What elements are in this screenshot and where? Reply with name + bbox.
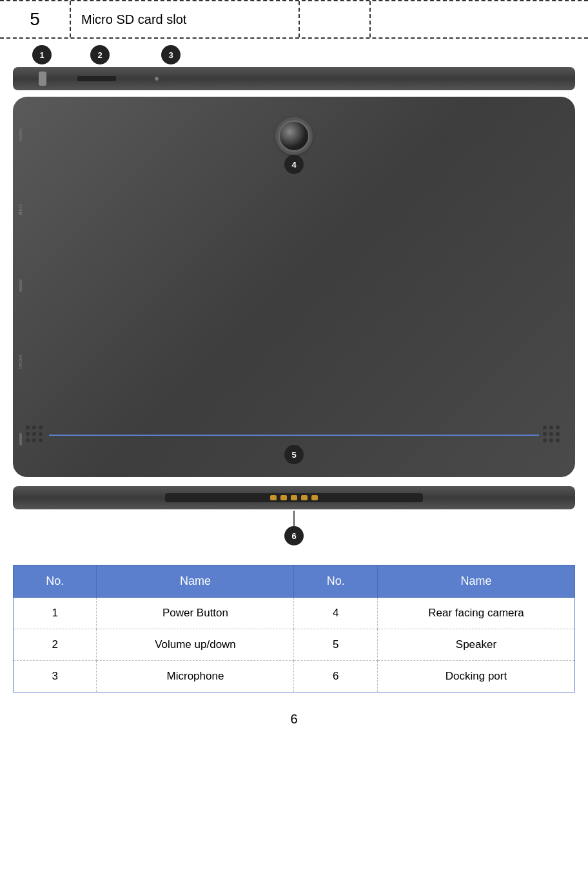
table-header-row: No. Name No. Name <box>14 565 575 598</box>
edge-sd-slot <box>77 76 116 81</box>
speaker-grille-left <box>26 426 45 445</box>
top-label-row: 5 Micro SD card slot <box>0 0 588 39</box>
row1-name2: Rear facing camera <box>377 598 574 629</box>
table-row: 3 Microphone 6 Docking port <box>14 661 575 692</box>
top-col-no2 <box>300 1 371 37</box>
grille-dot <box>549 438 553 442</box>
grille-dot <box>32 432 36 436</box>
dock-pin-5 <box>311 495 318 500</box>
grille-dot <box>543 438 547 442</box>
top-col-name2 <box>371 1 588 37</box>
grille-dot <box>543 432 547 436</box>
grille-dot <box>26 426 30 429</box>
badge-4: 4 <box>284 155 304 174</box>
grille-dot <box>39 432 43 436</box>
side-mark-2 <box>19 279 22 292</box>
badge-6: 6 <box>284 526 304 545</box>
grille-dot <box>549 426 553 429</box>
row2-name2: Speaker <box>377 629 574 661</box>
speaker-line <box>49 435 539 436</box>
grille-dot <box>39 426 43 429</box>
row1-no1: 1 <box>14 598 97 629</box>
header-no1: No. <box>14 565 97 598</box>
row2-no1: 2 <box>14 629 97 661</box>
row2-no2: 5 <box>294 629 377 661</box>
row1-no2: 4 <box>294 598 377 629</box>
edge-microphone-dot <box>155 77 159 81</box>
back-camera <box>278 120 310 152</box>
grille-dot <box>556 432 560 436</box>
grille-dot <box>543 426 547 429</box>
top-label-number: 5 <box>0 1 71 37</box>
grille-dot <box>32 438 36 442</box>
badge-2: 2 <box>90 45 110 64</box>
header-name2: Name <box>377 565 574 598</box>
table-row: 2 Volume up/down 5 Speaker <box>14 629 575 661</box>
table-row: 1 Power Button 4 Rear facing camera <box>14 598 575 629</box>
tablet-top-edge <box>13 67 575 90</box>
badge-group-2: 2 <box>90 45 110 64</box>
grille-dot <box>26 438 30 442</box>
row3-no1: 3 <box>14 661 97 692</box>
row1-name1: Power Button <box>97 598 294 629</box>
side-mark-1 <box>19 128 22 141</box>
tablet-bottom-edge <box>13 486 575 509</box>
row2-name1: Volume up/down <box>97 629 294 661</box>
top-badges-row: 1 2 3 <box>13 45 575 64</box>
badge-3: 3 <box>161 45 181 64</box>
side-label-hdmi: HDMI <box>18 355 23 369</box>
side-label-usb: USB <box>18 204 23 215</box>
speaker-grille-right <box>543 426 562 445</box>
tablet-back: USB HDMI 4 <box>13 97 575 477</box>
row3-no2: 6 <box>294 661 377 692</box>
header-no2: No. <box>294 565 377 598</box>
row3-name1: Microphone <box>97 661 294 692</box>
grille-dot <box>26 432 30 436</box>
name-text: Micro SD card slot <box>81 12 186 27</box>
dock-pin-3 <box>291 495 297 500</box>
tablet-bottom-edge-section: 6 <box>0 484 588 545</box>
number-text: 5 <box>30 9 40 30</box>
docking-strip <box>165 493 423 502</box>
header-name1: Name <box>97 565 294 598</box>
grille-dot <box>39 438 43 442</box>
dock-pin-1 <box>270 495 277 500</box>
dock-pin-2 <box>280 495 287 500</box>
badge-5: 5 <box>284 445 304 464</box>
grille-dot <box>32 426 36 429</box>
table-section: No. Name No. Name 1 Power Button 4 Rear … <box>0 545 588 705</box>
grille-dot <box>556 426 560 429</box>
side-mark-3 <box>19 433 22 446</box>
tablet-top-edge-section: 1 2 3 <box>0 39 588 90</box>
grille-dot <box>549 432 553 436</box>
edge-power-button <box>39 72 46 86</box>
badge-group-3: 3 <box>161 45 181 64</box>
badge-group-1: 1 <box>32 45 52 64</box>
left-side-marks: USB HDMI <box>18 97 23 477</box>
grille-dot <box>556 438 560 442</box>
row3-name2: Docking port <box>377 661 574 692</box>
badge-1: 1 <box>32 45 52 64</box>
dock-connector-line <box>293 511 295 526</box>
speaker-line-container <box>26 426 562 445</box>
dock-pin-4 <box>301 495 308 500</box>
top-label-name: Micro SD card slot <box>71 1 300 37</box>
dock-badge-line: 6 <box>13 511 575 545</box>
tablet-back-section: USB HDMI 4 <box>0 90 588 484</box>
page-number: 6 <box>0 705 588 740</box>
parts-table: No. Name No. Name 1 Power Button 4 Rear … <box>13 565 575 692</box>
